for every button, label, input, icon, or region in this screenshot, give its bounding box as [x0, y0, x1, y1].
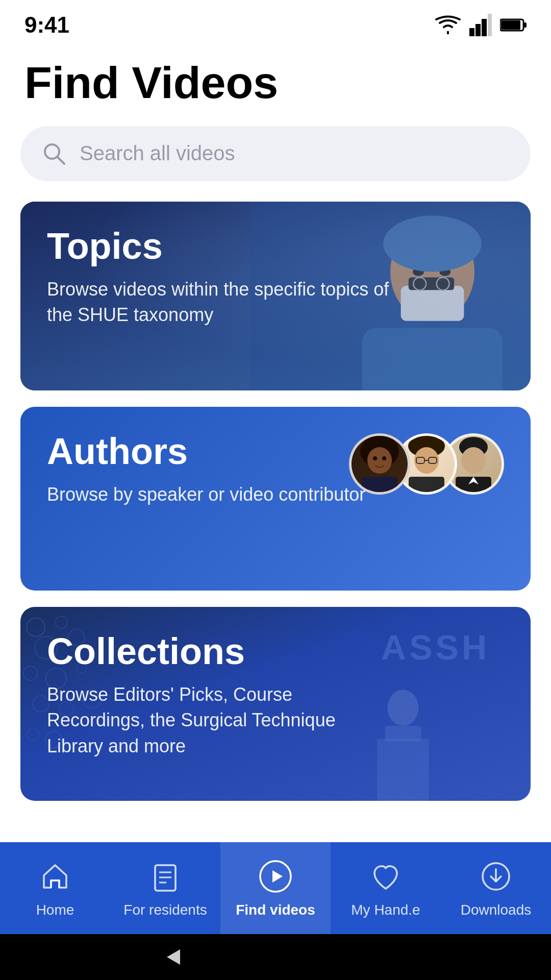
home-icon	[37, 858, 73, 895]
svg-marker-55	[272, 870, 283, 883]
topics-card-title: Topics	[47, 226, 504, 266]
cards-area: Topics Browse videos within the specific…	[0, 202, 551, 801]
nav-item-my-hand-e[interactable]: My Hand.e	[331, 842, 441, 934]
nav-label-downloads: Downloads	[461, 902, 532, 918]
authors-card-content: Authors Browse by speaker or video contr…	[20, 407, 531, 532]
collections-card[interactable]: ASSH Collections Browse Editors' Picks, …	[20, 607, 531, 801]
wifi-icon	[435, 15, 461, 35]
battery-icon	[500, 18, 527, 32]
nav-item-for-residents[interactable]: For residents	[110, 842, 220, 934]
authors-card-title: Authors	[47, 431, 504, 472]
nav-label-find-videos: Find videos	[236, 902, 315, 918]
svg-rect-0	[469, 28, 474, 36]
svg-rect-1	[475, 24, 481, 36]
authors-card[interactable]: Authors Browse by speaker or video contr…	[20, 407, 531, 591]
topics-card[interactable]: Topics Browse videos within the specific…	[20, 202, 531, 390]
svg-marker-58	[167, 949, 180, 965]
downloads-icon	[478, 858, 514, 895]
nav-item-home[interactable]: Home	[0, 842, 110, 934]
nav-label-my-hand-e: My Hand.e	[351, 902, 420, 918]
nav-label-for-residents: For residents	[123, 902, 207, 918]
svg-rect-2	[482, 19, 487, 36]
page-header: Find Videos	[0, 44, 551, 126]
status-bar: 9:41	[0, 0, 551, 44]
find-videos-icon	[257, 858, 294, 895]
svg-rect-5	[501, 20, 520, 30]
status-icons	[435, 14, 527, 36]
for-residents-icon	[147, 858, 184, 895]
collections-card-content: Collections Browse Editors' Picks, Cours…	[20, 607, 531, 783]
nav-label-home: Home	[36, 902, 74, 918]
search-container: Search all videos	[0, 126, 551, 202]
search-icon	[41, 140, 67, 167]
authors-card-desc: Browse by speaker or video contributor	[47, 482, 394, 507]
search-bar[interactable]: Search all videos	[20, 126, 531, 181]
collections-card-desc: Browse Editors' Picks, Course Recordings…	[47, 682, 394, 759]
svg-line-8	[57, 157, 64, 164]
status-time: 9:41	[24, 12, 69, 38]
my-hand-e-icon	[367, 858, 404, 895]
android-nav	[0, 934, 551, 980]
topics-card-desc: Browse videos within the specific topics…	[47, 277, 394, 328]
nav-item-find-videos[interactable]: Find videos	[220, 842, 331, 934]
nav-item-downloads[interactable]: Downloads	[441, 842, 551, 934]
svg-rect-6	[524, 22, 527, 28]
bottom-nav: Home For residents Find videos	[0, 842, 551, 934]
collections-card-title: Collections	[47, 631, 504, 672]
search-placeholder-text: Search all videos	[80, 142, 235, 165]
android-back-button[interactable]	[161, 944, 186, 970]
page-title: Find Videos	[24, 58, 527, 108]
svg-rect-3	[488, 14, 492, 36]
signal-icon	[469, 14, 492, 36]
topics-card-content: Topics Browse videos within the specific…	[20, 202, 531, 353]
